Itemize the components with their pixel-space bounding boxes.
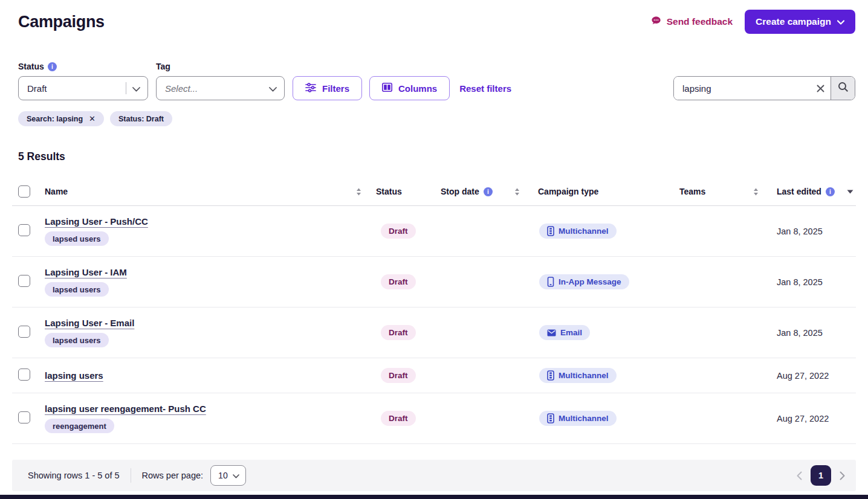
search-button[interactable]	[831, 77, 855, 100]
search-icon	[838, 82, 849, 95]
status-badge: Draft	[381, 224, 416, 239]
campaigns-table: Name Status Stop date i Campaign type Te…	[12, 178, 856, 444]
info-icon: i	[484, 187, 493, 196]
status-badge: Draft	[381, 368, 416, 383]
pagination: 1	[797, 465, 845, 486]
select-divider	[126, 82, 126, 94]
remove-filter-icon[interactable]: ✕	[89, 114, 96, 123]
speech-bubble-icon	[650, 15, 662, 29]
search-input[interactable]	[674, 77, 810, 100]
create-campaign-label: Create campaign	[756, 16, 831, 27]
applied-filters: Search: lapsing✕Status: Draft	[0, 111, 868, 126]
rows-per-page-select[interactable]: 10	[210, 465, 246, 486]
table-row: lapsing user reengagement- Push CCreenga…	[12, 393, 856, 444]
row-checkbox[interactable]	[18, 411, 30, 423]
filter-toolbar: Status i Draft Tag Select... Filters	[0, 62, 868, 100]
chip-label: Search: lapsing	[27, 115, 83, 123]
status-badge: Draft	[381, 325, 416, 340]
search-box	[673, 76, 855, 100]
create-campaign-button[interactable]: Create campaign	[745, 10, 855, 34]
column-header-last-edited[interactable]: Last edited i	[777, 187, 856, 196]
sort-icon[interactable]	[753, 188, 759, 196]
row-checkbox[interactable]	[18, 369, 30, 381]
send-feedback-label: Send feedback	[667, 16, 733, 27]
column-header-campaign-type[interactable]: Campaign type	[538, 187, 679, 196]
chevron-down-icon	[837, 16, 844, 27]
send-feedback-link[interactable]: Send feedback	[650, 15, 733, 29]
columns-icon	[382, 83, 392, 94]
current-page-button[interactable]: 1	[811, 465, 831, 486]
table-body: Lapsing User - Push/CClapsed usersDraftM…	[12, 206, 856, 444]
table-row: Lapsing User - Emaillapsed usersDraftEma…	[12, 307, 856, 358]
topbar-actions: Send feedback Create campaign	[650, 10, 855, 34]
campaign-type-badge: Multichannel	[539, 224, 617, 239]
row-checkbox[interactable]	[18, 326, 30, 338]
campaign-type-badge: Email	[539, 325, 590, 340]
multichannel-icon	[547, 413, 554, 423]
campaign-name-link[interactable]: Lapsing User - Email	[45, 318, 134, 328]
row-checkbox[interactable]	[18, 224, 30, 236]
tag-filter-placeholder: Select...	[165, 83, 269, 94]
status-filter-group: Status i Draft	[18, 62, 148, 100]
column-header-teams[interactable]: Teams	[679, 187, 777, 196]
chevron-down-icon	[233, 471, 239, 480]
column-header-name[interactable]: Name	[45, 187, 376, 196]
reset-filters-link[interactable]: Reset filters	[459, 83, 511, 94]
chip-label: Status: Draft	[118, 115, 164, 123]
status-filter-select[interactable]: Draft	[18, 76, 148, 100]
filters-button-label: Filters	[322, 83, 349, 94]
status-filter-value: Draft	[27, 83, 121, 94]
multichannel-icon	[547, 226, 554, 236]
status-badge: Draft	[381, 411, 416, 426]
applied-filter-chip: Search: lapsing✕	[18, 111, 104, 126]
info-icon: i	[48, 62, 57, 71]
previous-page-icon[interactable]	[797, 471, 802, 480]
showing-rows-text: Showing rows 1 - 5 of 5	[28, 471, 120, 480]
status-filter-label: Status i	[18, 62, 148, 71]
campaign-name-link[interactable]: lapsing user reengagement- Push CC	[45, 404, 206, 414]
table-row: lapsing usersDraftMultichannelAug 27, 20…	[12, 358, 856, 393]
table-row: Lapsing User - Push/CClapsed usersDraftM…	[12, 206, 856, 257]
columns-button[interactable]: Columns	[369, 76, 450, 100]
table-footer: Showing rows 1 - 5 of 5 Rows per page: 1…	[12, 460, 856, 491]
sort-icon[interactable]	[514, 188, 520, 196]
select-all-checkbox[interactable]	[18, 185, 30, 198]
sort-descending-icon[interactable]	[847, 190, 856, 194]
campaign-tag: reengagement	[45, 419, 114, 433]
next-page-icon[interactable]	[840, 471, 845, 480]
footer-divider	[131, 468, 131, 483]
campaign-name-link[interactable]: lapsing users	[45, 370, 103, 381]
tag-filter-label: Tag	[156, 62, 285, 71]
chevron-down-icon	[132, 83, 140, 94]
campaign-name-link[interactable]: Lapsing User - Push/CC	[45, 216, 148, 227]
clear-search-icon[interactable]	[810, 77, 831, 100]
viewport-bottom-edge	[0, 495, 868, 499]
last-edited-date: Jan 8, 2025	[777, 227, 856, 236]
columns-button-label: Columns	[398, 83, 437, 94]
last-edited-date: Jan 8, 2025	[777, 277, 856, 287]
last-edited-date: Jan 8, 2025	[777, 328, 856, 338]
campaign-name-link[interactable]: Lapsing User - IAM	[45, 267, 127, 277]
campaign-type-badge: Multichannel	[539, 368, 617, 383]
column-header-status[interactable]: Status	[376, 187, 441, 196]
results-count: 5 Results	[0, 150, 868, 163]
filter-sliders-icon	[305, 83, 316, 94]
column-header-stop-date[interactable]: Stop date i	[441, 187, 538, 196]
multichannel-icon	[547, 370, 554, 381]
campaign-type-badge: In-App Message	[539, 274, 629, 289]
filters-button[interactable]: Filters	[293, 76, 362, 100]
top-bar: Campaigns Send feedback Create campaign	[0, 0, 868, 34]
tag-filter-group: Tag Select...	[156, 62, 285, 100]
sort-icon[interactable]	[356, 188, 361, 196]
in-app-message-icon	[547, 277, 554, 287]
campaign-tag: lapsed users	[45, 333, 109, 347]
chevron-down-icon	[269, 83, 277, 94]
page-title: Campaigns	[18, 13, 105, 31]
applied-filter-chip: Status: Draft	[110, 111, 172, 126]
email-icon	[547, 329, 556, 336]
table-row: Lapsing User - IAMlapsed usersDraftIn-Ap…	[12, 257, 856, 307]
rows-per-page-value: 10	[218, 471, 228, 480]
campaign-tag: lapsed users	[45, 231, 109, 246]
tag-filter-select[interactable]: Select...	[156, 76, 285, 100]
row-checkbox[interactable]	[18, 275, 30, 287]
